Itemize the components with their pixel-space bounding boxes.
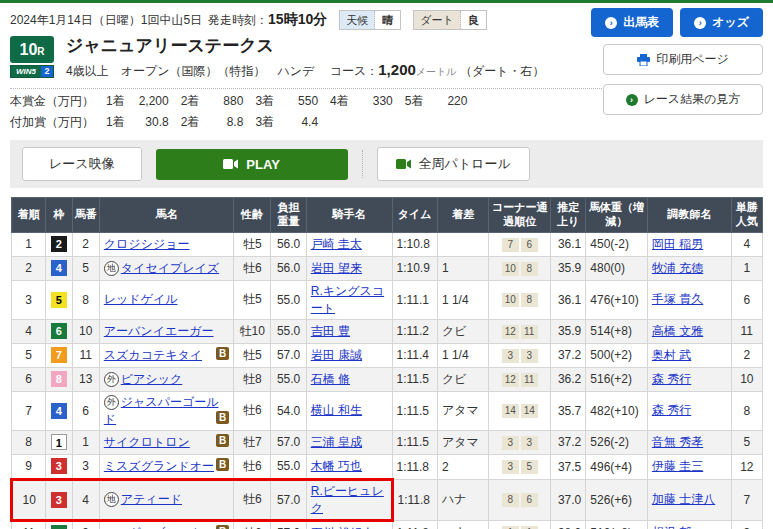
trainer-link[interactable]: 音無 秀孝 (652, 435, 703, 449)
jockey-link[interactable]: 岩田 康誠 (311, 348, 362, 362)
trainer-link[interactable]: 森 秀行 (652, 403, 691, 417)
race-header: 2024年1月14日（日曜）1回中山5日 発走時刻： 15時10分 天候 晴 ダ… (10, 3, 763, 131)
prize-value: 8.8 (199, 115, 243, 129)
corner-order-cell: 35 (489, 454, 551, 479)
horse-number-cell: 9 (72, 520, 99, 529)
jockey-link[interactable]: 戸崎 圭太 (311, 237, 362, 251)
blinkers-badge: B (216, 525, 229, 529)
prize-value: 220 (423, 94, 467, 108)
horse-number-cell: 6 (72, 391, 99, 430)
horse-name-cell: ハコダテブショウB (99, 520, 233, 529)
trainer-link[interactable]: 牧浦 充徳 (652, 261, 703, 275)
odds-button[interactable]: › オッズ (680, 8, 763, 37)
horse-name-link[interactable]: レッドゲイル (104, 292, 178, 306)
print-button[interactable]: 印刷用ページ (603, 44, 763, 75)
frame-cell: 5 (46, 280, 72, 319)
corner-position: 12 (502, 373, 519, 387)
frame-badge: 8 (51, 371, 67, 387)
rank-cell: 11 (12, 520, 46, 529)
result-guide-button[interactable]: › レース結果の見方 (603, 84, 763, 115)
jockey-link[interactable]: R.ピーヒュレク (311, 484, 384, 515)
start-time-label: 発走時刻： (208, 12, 268, 29)
horse-name-link[interactable]: ミスズグランドオー (104, 459, 214, 473)
race-video-button[interactable]: レース映像 (22, 147, 142, 181)
jockey-link[interactable]: 三浦 皇成 (311, 435, 362, 449)
horse-weight-cell: 500(+2) (586, 343, 648, 367)
trainer-link[interactable]: 伊藤 圭三 (652, 459, 703, 473)
horse-number-cell: 3 (72, 454, 99, 479)
jockey-cell: 吉田 豊 (306, 319, 392, 343)
horse-name-link[interactable]: アーバンイエーガー (104, 324, 214, 338)
corner-order-cell: 108 (489, 256, 551, 280)
start-time: 15時10分 (268, 11, 327, 29)
time-cell: 1:11.8 (392, 520, 437, 529)
trainer-link[interactable]: 森 秀行 (652, 372, 691, 386)
corner-position: 3 (502, 349, 519, 363)
shutsuba-button[interactable]: › 出馬表 (591, 8, 673, 37)
corner-position: 8 (521, 293, 538, 307)
jockey-link[interactable]: 石橋 脩 (311, 372, 350, 386)
prize-place: 4着 (330, 93, 349, 110)
blinkers-badge: B (216, 411, 229, 424)
margin-cell: 1 1/4 (437, 280, 488, 319)
prize-place: 3着 (255, 114, 274, 131)
horse-weight-cell: 450(-2) (586, 232, 648, 256)
horse-number-cell: 11 (72, 343, 99, 367)
added-prize-label: 付加賞（万円） (10, 114, 94, 131)
course-distance-unit: メートル (416, 66, 457, 77)
horse-name-link[interactable]: スズカコテキタイ (104, 348, 202, 362)
race-date: 2024年1月14日（日曜）1回中山5日 (10, 12, 202, 29)
result-guide-label: レース結果の見方 (644, 91, 741, 108)
table-row: 746外ジャスパーゴールドB牡654.0横山 和生1:11.5アタマ141435… (12, 391, 763, 430)
rank-cell: 8 (12, 430, 46, 454)
corner-order-cell: 33 (489, 343, 551, 367)
last-3f-cell: 36.1 (550, 280, 585, 319)
track-condition-tag: ダート 良 (413, 10, 487, 30)
main-prize-item: 3着550 (243, 94, 318, 108)
horse-name-link[interactable]: タイセイブレイズ (121, 261, 219, 275)
horse-name-link[interactable]: ピアシック (121, 372, 182, 386)
col-header-sex-age: 性齢 (234, 198, 271, 233)
jockey-link[interactable]: 岩田 望来 (311, 261, 362, 275)
blinkers-badge: B (216, 434, 229, 447)
trainer-link[interactable]: 手塚 貴久 (652, 292, 703, 306)
horse-name-link[interactable]: クロジシジョー (104, 237, 190, 251)
sex-age-cell: 牡5 (234, 280, 271, 319)
favorite-cell: 4 (731, 232, 762, 256)
corner-position: 3 (521, 349, 538, 363)
blinkers-badge: B (216, 458, 229, 471)
corner-order-cell: 1211 (489, 319, 551, 343)
jockey-link[interactable]: R.キングスコート (311, 284, 384, 315)
patrol-video-button[interactable]: 全周パトロール (377, 147, 530, 181)
margin-cell: 2 (437, 454, 488, 479)
trainer-link[interactable]: 相沢 郁 (652, 525, 691, 529)
table-row: 122クロジシジョー牡556.0戸崎 圭太1:10.87636.1450(-2)… (12, 232, 763, 256)
play-button[interactable]: PLAY (156, 149, 348, 180)
jockey-link[interactable]: 木幡 巧也 (311, 459, 362, 473)
jockey-cell: 岩田 康誠 (306, 343, 392, 367)
trainer-link[interactable]: 岡田 稲男 (652, 237, 703, 251)
corner-position: 3 (502, 436, 519, 450)
weight-cell: 55.0 (271, 367, 306, 391)
arrow-circle-icon: › (605, 17, 617, 29)
trainer-link[interactable]: 加藤 士津八 (652, 492, 715, 506)
sex-age-cell: 牡5 (234, 343, 271, 367)
win5-logo: WIN5 (11, 66, 41, 77)
corner-position: 5 (521, 460, 538, 474)
frame-badge: 2 (51, 236, 67, 252)
horse-number-cell: 10 (72, 319, 99, 343)
horse-name-link[interactable]: アティード (121, 492, 182, 506)
jockey-link[interactable]: 吉田 豊 (311, 324, 350, 338)
jockey-link[interactable]: 横山 和生 (311, 403, 362, 417)
trainer-link[interactable]: 高橋 文雅 (652, 324, 703, 338)
frame-cell: 7 (46, 343, 72, 367)
horse-name-link[interactable]: ジャスパーゴールド (104, 395, 219, 426)
horse-name-link[interactable]: サイクロトロン (104, 435, 190, 449)
horse-name-cell: 外ピアシック (99, 367, 233, 391)
trainer-cell: 相沢 郁 (647, 520, 731, 529)
regional-mark-icon: 地 (104, 492, 119, 507)
horse-number-cell: 5 (72, 256, 99, 280)
margin-cell: 1 1/4 (437, 343, 488, 367)
trainer-link[interactable]: 奥村 武 (652, 348, 691, 362)
course-label: コース： (330, 64, 379, 78)
